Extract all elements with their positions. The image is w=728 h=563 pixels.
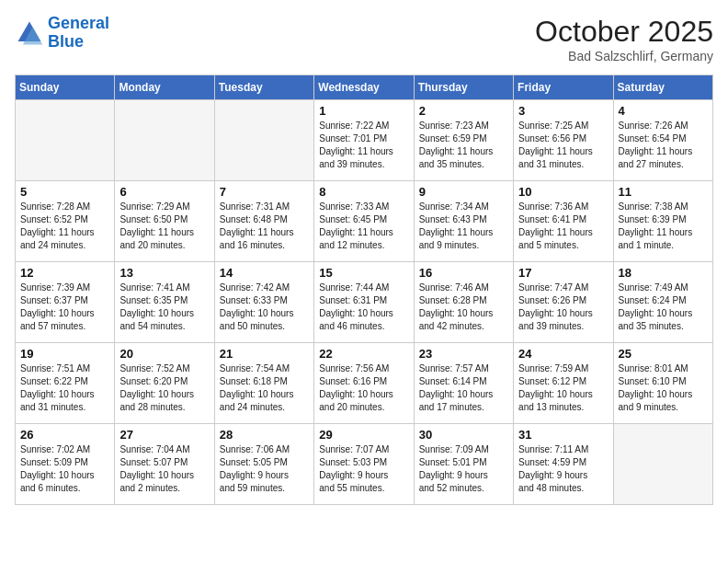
day-number: 18 (619, 266, 708, 280)
logo-text: General Blue (48, 15, 109, 52)
day-number: 10 (518, 185, 608, 199)
day-number: 30 (419, 428, 508, 442)
day-info: Sunrise: 7:02 AM Sunset: 5:09 PM Dayligh… (20, 443, 109, 495)
calendar-cell: 4Sunrise: 7:26 AM Sunset: 6:54 PM Daylig… (613, 100, 712, 181)
calendar-cell (214, 100, 313, 181)
day-number: 19 (20, 347, 109, 361)
day-number: 4 (619, 104, 708, 118)
calendar-cell: 20Sunrise: 7:52 AM Sunset: 6:20 PM Dayli… (115, 343, 214, 424)
calendar-cell: 27Sunrise: 7:04 AM Sunset: 5:07 PM Dayli… (115, 424, 214, 505)
day-info: Sunrise: 7:51 AM Sunset: 6:22 PM Dayligh… (20, 362, 109, 414)
weekday-header: Friday (514, 75, 613, 100)
calendar-cell: 22Sunrise: 7:56 AM Sunset: 6:16 PM Dayli… (314, 343, 414, 424)
calendar-header-row: SundayMondayTuesdayWednesdayThursdayFrid… (16, 75, 713, 100)
calendar-cell: 29Sunrise: 7:07 AM Sunset: 5:03 PM Dayli… (314, 424, 414, 505)
day-number: 28 (220, 428, 309, 442)
weekday-header: Tuesday (214, 75, 313, 100)
day-info: Sunrise: 7:49 AM Sunset: 6:24 PM Dayligh… (619, 282, 708, 333)
weekday-header: Thursday (414, 75, 513, 100)
day-info: Sunrise: 7:56 AM Sunset: 6:16 PM Dayligh… (319, 362, 408, 414)
calendar-cell: 1Sunrise: 7:22 AM Sunset: 7:01 PM Daylig… (314, 100, 414, 181)
day-info: Sunrise: 7:29 AM Sunset: 6:50 PM Dayligh… (119, 201, 209, 252)
day-info: Sunrise: 7:38 AM Sunset: 6:39 PM Dayligh… (619, 201, 708, 252)
calendar-cell: 30Sunrise: 7:09 AM Sunset: 5:01 PM Dayli… (414, 424, 513, 505)
day-info: Sunrise: 7:44 AM Sunset: 6:31 PM Dayligh… (319, 282, 408, 333)
day-number: 11 (619, 185, 708, 199)
calendar-cell: 15Sunrise: 7:44 AM Sunset: 6:31 PM Dayli… (314, 262, 414, 343)
logo-line2: Blue (48, 32, 84, 51)
day-info: Sunrise: 7:46 AM Sunset: 6:28 PM Dayligh… (419, 282, 508, 333)
day-number: 9 (419, 185, 508, 199)
day-number: 5 (20, 185, 109, 199)
page-header: General Blue October 2025 Bad Salzschlir… (15, 15, 713, 63)
calendar-cell (115, 100, 214, 181)
day-number: 22 (319, 347, 408, 361)
day-number: 21 (220, 347, 309, 361)
weekday-header: Monday (115, 75, 214, 100)
calendar-cell: 24Sunrise: 7:59 AM Sunset: 6:12 PM Dayli… (514, 343, 613, 424)
calendar-cell: 8Sunrise: 7:33 AM Sunset: 6:45 PM Daylig… (314, 181, 414, 262)
day-info: Sunrise: 7:11 AM Sunset: 4:59 PM Dayligh… (518, 443, 608, 495)
day-number: 16 (419, 266, 508, 280)
day-number: 12 (20, 266, 109, 280)
calendar-cell (613, 424, 712, 505)
calendar-cell: 23Sunrise: 7:57 AM Sunset: 6:14 PM Dayli… (414, 343, 513, 424)
day-info: Sunrise: 7:04 AM Sunset: 5:07 PM Dayligh… (119, 443, 209, 495)
day-number: 29 (319, 428, 408, 442)
calendar-cell: 11Sunrise: 7:38 AM Sunset: 6:39 PM Dayli… (613, 181, 712, 262)
day-info: Sunrise: 7:31 AM Sunset: 6:48 PM Dayligh… (220, 201, 309, 252)
title-block: October 2025 Bad Salzschlirf, Germany (535, 15, 713, 63)
day-number: 7 (220, 185, 309, 199)
day-info: Sunrise: 7:41 AM Sunset: 6:35 PM Dayligh… (119, 282, 209, 333)
day-info: Sunrise: 7:26 AM Sunset: 6:54 PM Dayligh… (619, 120, 708, 171)
day-info: Sunrise: 7:34 AM Sunset: 6:43 PM Dayligh… (419, 201, 508, 252)
logo-line1: General (48, 14, 109, 32)
calendar-cell: 18Sunrise: 7:49 AM Sunset: 6:24 PM Dayli… (613, 262, 712, 343)
location: Bad Salzschlirf, Germany (535, 49, 713, 63)
calendar-cell: 31Sunrise: 7:11 AM Sunset: 4:59 PM Dayli… (514, 424, 613, 505)
weekday-header: Sunday (16, 75, 115, 100)
day-info: Sunrise: 7:36 AM Sunset: 6:41 PM Dayligh… (518, 201, 608, 252)
day-info: Sunrise: 7:09 AM Sunset: 5:01 PM Dayligh… (419, 443, 508, 495)
day-info: Sunrise: 7:23 AM Sunset: 6:59 PM Dayligh… (419, 120, 508, 171)
day-number: 26 (20, 428, 109, 442)
day-info: Sunrise: 7:42 AM Sunset: 6:33 PM Dayligh… (220, 282, 309, 333)
calendar-cell: 25Sunrise: 8:01 AM Sunset: 6:10 PM Dayli… (613, 343, 712, 424)
day-number: 15 (319, 266, 408, 280)
day-number: 31 (518, 428, 608, 442)
day-info: Sunrise: 7:07 AM Sunset: 5:03 PM Dayligh… (319, 443, 408, 495)
calendar-cell: 3Sunrise: 7:25 AM Sunset: 6:56 PM Daylig… (514, 100, 613, 181)
calendar-week-row: 1Sunrise: 7:22 AM Sunset: 7:01 PM Daylig… (16, 100, 713, 181)
day-info: Sunrise: 7:57 AM Sunset: 6:14 PM Dayligh… (419, 362, 508, 414)
calendar-week-row: 19Sunrise: 7:51 AM Sunset: 6:22 PM Dayli… (16, 343, 713, 424)
calendar-cell: 19Sunrise: 7:51 AM Sunset: 6:22 PM Dayli… (16, 343, 115, 424)
calendar-week-row: 5Sunrise: 7:28 AM Sunset: 6:52 PM Daylig… (16, 181, 713, 262)
calendar-cell: 28Sunrise: 7:06 AM Sunset: 5:05 PM Dayli… (214, 424, 313, 505)
day-number: 8 (319, 185, 408, 199)
day-number: 24 (518, 347, 608, 361)
day-info: Sunrise: 7:33 AM Sunset: 6:45 PM Dayligh… (319, 201, 408, 252)
day-number: 25 (619, 347, 708, 361)
calendar-cell: 14Sunrise: 7:42 AM Sunset: 6:33 PM Dayli… (214, 262, 313, 343)
calendar-cell: 7Sunrise: 7:31 AM Sunset: 6:48 PM Daylig… (214, 181, 313, 262)
day-info: Sunrise: 7:39 AM Sunset: 6:37 PM Dayligh… (20, 282, 109, 333)
day-number: 6 (119, 185, 209, 199)
day-info: Sunrise: 7:59 AM Sunset: 6:12 PM Dayligh… (518, 362, 608, 414)
calendar-week-row: 26Sunrise: 7:02 AM Sunset: 5:09 PM Dayli… (16, 424, 713, 505)
weekday-header: Saturday (613, 75, 712, 100)
calendar-cell: 26Sunrise: 7:02 AM Sunset: 5:09 PM Dayli… (16, 424, 115, 505)
day-info: Sunrise: 7:06 AM Sunset: 5:05 PM Dayligh… (220, 443, 309, 495)
day-info: Sunrise: 7:22 AM Sunset: 7:01 PM Dayligh… (319, 120, 408, 171)
day-number: 3 (518, 104, 608, 118)
day-info: Sunrise: 7:54 AM Sunset: 6:18 PM Dayligh… (220, 362, 309, 414)
day-number: 13 (119, 266, 209, 280)
day-info: Sunrise: 7:28 AM Sunset: 6:52 PM Dayligh… (20, 201, 109, 252)
calendar-cell: 17Sunrise: 7:47 AM Sunset: 6:26 PM Dayli… (514, 262, 613, 343)
weekday-header: Wednesday (314, 75, 414, 100)
calendar-cell: 21Sunrise: 7:54 AM Sunset: 6:18 PM Dayli… (214, 343, 313, 424)
day-info: Sunrise: 8:01 AM Sunset: 6:10 PM Dayligh… (619, 362, 708, 414)
calendar-week-row: 12Sunrise: 7:39 AM Sunset: 6:37 PM Dayli… (16, 262, 713, 343)
calendar-cell: 12Sunrise: 7:39 AM Sunset: 6:37 PM Dayli… (16, 262, 115, 343)
calendar-cell: 13Sunrise: 7:41 AM Sunset: 6:35 PM Dayli… (115, 262, 214, 343)
calendar-cell: 16Sunrise: 7:46 AM Sunset: 6:28 PM Dayli… (414, 262, 513, 343)
